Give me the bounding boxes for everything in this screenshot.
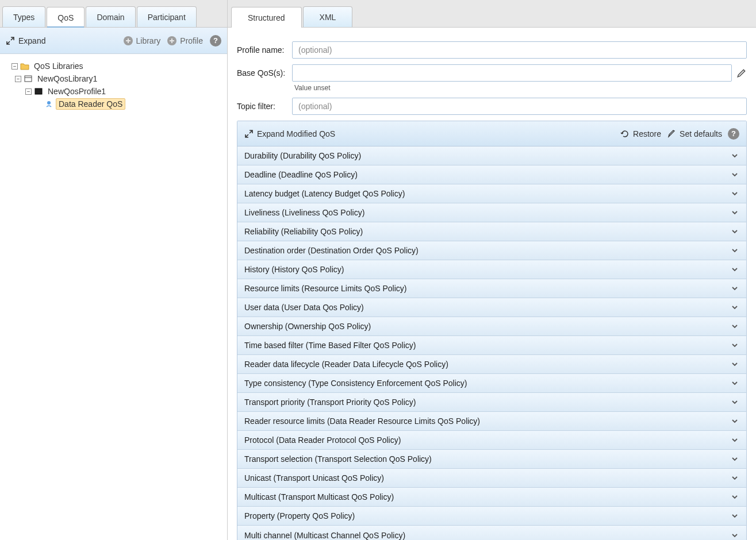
add-profile-label: Profile <box>180 36 203 45</box>
topic-filter-label: Topic filter: <box>237 102 292 111</box>
tree-root-label: QoS Libraries <box>32 61 86 71</box>
chevron-down-icon <box>730 454 739 464</box>
qos-policy-row[interactable]: Property (Property QoS Policy) <box>237 507 746 526</box>
qos-policy-row[interactable]: Reader resource limits (Data Reader Reso… <box>237 412 746 431</box>
qos-policy-row[interactable]: Multicast (Transport Multicast QoS Polic… <box>237 488 746 507</box>
qos-policy-row[interactable]: Reader data lifecycle (Reader Data Lifec… <box>237 355 746 374</box>
chevron-down-icon <box>730 284 739 293</box>
expand-icon <box>244 129 254 138</box>
tree-profile[interactable]: − NewQosProfile1 <box>5 85 222 98</box>
help-icon[interactable]: ? <box>728 128 739 140</box>
qos-policy-label: History (History QoS Policy) <box>244 265 344 274</box>
tree-toggle[interactable]: − <box>25 88 32 95</box>
left-toolbar: Expand Library Profile ? <box>0 28 227 54</box>
library-icon <box>24 74 33 83</box>
topic-filter-row: Topic filter: <box>237 98 747 115</box>
chevron-down-icon <box>730 341 739 350</box>
qos-panel: Expand Modified QoS Restore Set defaults… <box>237 121 747 540</box>
base-qos-input[interactable] <box>292 64 732 82</box>
qos-policy-label: Deadline (Deadline QoS Policy) <box>244 170 358 179</box>
chevron-down-icon <box>730 492 739 502</box>
left-tab-bar: Types QoS Domain Participant <box>0 0 227 28</box>
chevron-down-icon <box>730 227 739 236</box>
svg-point-3 <box>47 101 51 105</box>
right-panel: Structured XML Profile name: Base QoS(s)… <box>228 0 756 540</box>
right-tab-bar: Structured XML <box>228 0 756 28</box>
qos-policy-label: Reader data lifecycle (Reader Data Lifec… <box>244 360 448 369</box>
restore-button[interactable]: Restore <box>620 129 661 138</box>
qos-policy-label: Destination order (Destination Order QoS… <box>244 246 419 255</box>
pencil-icon[interactable] <box>736 68 747 78</box>
qos-policy-row[interactable]: Durability (Durability QoS Policy) <box>237 146 746 165</box>
expand-tree-button[interactable]: Expand <box>6 36 45 45</box>
tab-types[interactable]: Types <box>2 6 45 27</box>
qos-policy-row[interactable]: Time based filter (Time Based Filter QoS… <box>237 336 746 355</box>
help-icon[interactable]: ? <box>210 35 221 47</box>
tree-toggle[interactable]: − <box>11 63 18 70</box>
expand-modified-qos-button[interactable]: Expand Modified QoS <box>244 129 335 138</box>
expand-icon <box>6 36 15 45</box>
tree-library-label: NewQosLibrary1 <box>35 74 99 84</box>
qos-policy-label: Property (Property QoS Policy) <box>244 511 355 520</box>
left-panel: Types QoS Domain Participant Expand Libr… <box>0 0 228 540</box>
base-qos-hint: Value unset <box>294 84 747 92</box>
svg-rect-0 <box>25 76 32 82</box>
add-library-button[interactable]: Library <box>124 36 161 45</box>
data-reader-icon <box>44 99 53 109</box>
qos-policy-label: Ownership (Ownership QoS Policy) <box>244 322 371 331</box>
brush-icon <box>667 129 676 138</box>
profile-name-input[interactable] <box>292 41 747 59</box>
chevron-down-icon <box>730 151 739 160</box>
qos-policy-row[interactable]: Ownership (Ownership QoS Policy) <box>237 317 746 336</box>
qos-policy-label: Multi channel (Multicast Channel QoS Pol… <box>244 531 405 540</box>
chevron-down-icon <box>730 379 739 388</box>
qos-policy-row[interactable]: Deadline (Deadline QoS Policy) <box>237 165 746 184</box>
tree-leaf-data-reader-qos[interactable]: Data Reader QoS <box>5 98 222 110</box>
qos-policy-row[interactable]: Liveliness (Liveliness QoS Policy) <box>237 203 746 222</box>
qos-policy-label: Transport priority (Transport Priority Q… <box>244 398 416 407</box>
add-profile-button[interactable]: Profile <box>167 36 203 45</box>
chevron-down-icon <box>730 208 739 217</box>
qos-policy-row[interactable]: Transport priority (Transport Priority Q… <box>237 393 746 412</box>
qos-policy-label: Resource limits (Resource Limits QoS Pol… <box>244 284 406 293</box>
tab-xml[interactable]: XML <box>303 6 353 27</box>
set-defaults-label: Set defaults <box>680 129 722 138</box>
set-defaults-button[interactable]: Set defaults <box>667 129 722 138</box>
qos-policy-label: User data (User Data Qos Policy) <box>244 303 364 312</box>
qos-policy-row[interactable]: Protocol (Data Reader Protocol QoS Polic… <box>237 431 746 450</box>
tree-toggle[interactable]: − <box>15 76 21 82</box>
profile-name-label: Profile name: <box>237 45 292 55</box>
qos-policy-label: Liveliness (Liveliness QoS Policy) <box>244 208 364 217</box>
qos-policy-row[interactable]: History (History QoS Policy) <box>237 260 746 279</box>
qos-policy-row[interactable]: Reliability (Reliability QoS Policy) <box>237 222 746 241</box>
plus-icon <box>167 36 176 45</box>
qos-policy-row[interactable]: Latency budget (Latency Budget QoS Polic… <box>237 184 746 203</box>
right-body: Profile name: Base QoS(s): Value unset T… <box>228 28 756 540</box>
topic-filter-input[interactable] <box>292 98 747 115</box>
chevron-down-icon <box>730 170 739 179</box>
tree-root[interactable]: − QoS Libraries <box>5 60 222 72</box>
folder-icon <box>20 61 29 71</box>
tree-library[interactable]: − NewQosLibrary1 <box>5 72 222 85</box>
tab-participant[interactable]: Participant <box>137 6 197 27</box>
tab-domain[interactable]: Domain <box>86 6 135 27</box>
qos-policy-row[interactable]: Resource limits (Resource Limits QoS Pol… <box>237 279 746 298</box>
qos-policy-row[interactable]: Transport selection (Transport Selection… <box>237 450 746 469</box>
tree-leaf-label: Data Reader QoS <box>56 98 125 110</box>
chevron-down-icon <box>730 435 739 445</box>
chevron-down-icon <box>730 531 739 540</box>
qos-policy-row[interactable]: Unicast (Transport Unicast QoS Policy) <box>237 469 746 488</box>
tree-view[interactable]: − QoS Libraries − NewQosLibrary1 − NewQo… <box>0 54 227 540</box>
qos-policy-row[interactable]: User data (User Data Qos Policy) <box>237 298 746 317</box>
profile-name-row: Profile name: <box>237 41 747 59</box>
qos-policy-row[interactable]: Multi channel (Multicast Channel QoS Pol… <box>237 526 746 540</box>
qos-policy-row[interactable]: Type consistency (Type Consistency Enfor… <box>237 374 746 393</box>
qos-policy-label: Reader resource limits (Data Reader Reso… <box>244 416 480 426</box>
chevron-down-icon <box>730 398 739 407</box>
chevron-down-icon <box>730 303 739 312</box>
qos-policy-row[interactable]: Destination order (Destination Order QoS… <box>237 241 746 260</box>
tab-structured[interactable]: Structured <box>231 7 302 28</box>
chevron-down-icon <box>730 246 739 255</box>
chevron-down-icon <box>730 360 739 369</box>
tab-qos[interactable]: QoS <box>47 7 85 28</box>
